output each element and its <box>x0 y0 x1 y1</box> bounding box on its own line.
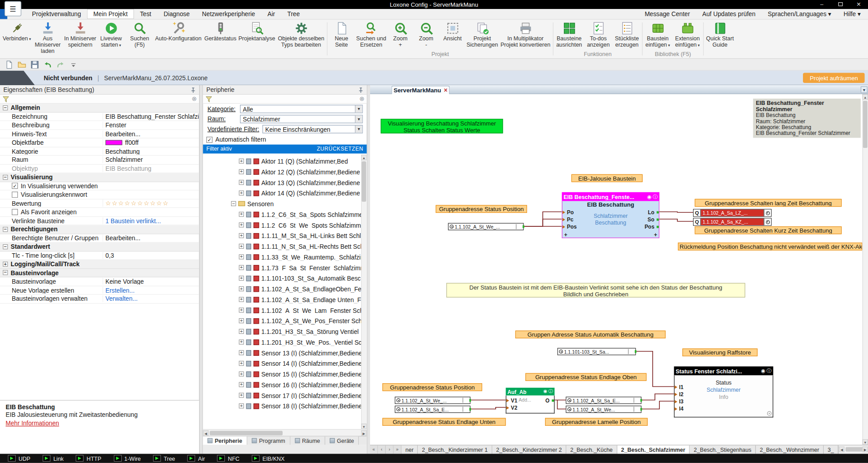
collapse-icon[interactable]: − <box>3 105 8 110</box>
tree-item-1-1-201-h3-st-sa-störung-ventiel[interactable]: +1.1.201_H3_St_Sa_Störung Ventiel <box>203 326 362 337</box>
panel-tab-geräte[interactable]: Geräte <box>325 437 359 445</box>
expand-icon[interactable]: + <box>239 255 244 260</box>
output-pin-o[interactable]: O <box>545 397 554 404</box>
menu-item-diagnose[interactable]: Diagnose <box>157 9 196 19</box>
input-pin-pos[interactable]: Pos <box>563 223 577 230</box>
tree-item-sensor-17-i-schlafzimmer-bediene[interactable]: +Sensor 17 (I) (Schlafzimmer,Bediene <box>203 390 362 401</box>
expand-outputs-icon[interactable]: + <box>654 231 657 238</box>
ribbon-button-bausteine-ausrichten[interactable]: Bausteine ausrichten <box>554 20 584 48</box>
bus-status-tree[interactable]: Tree <box>153 455 175 462</box>
scroll-thumb[interactable] <box>846 447 865 452</box>
page-tab-ner[interactable]: ner <box>401 446 418 454</box>
color-swatch[interactable] <box>105 140 122 145</box>
tree-item-aktor-14-q-schlafzimmer-bediene[interactable]: +Aktor 14 (Q) (Schlafzimmer,Bediene <box>203 188 362 199</box>
auto-filter-checkbox[interactable]: ✓ <box>206 136 213 143</box>
eib-beschattung-block[interactable]: EIB Beschattung_Fenste... ◉ⓘ EIB Beschat… <box>562 192 660 238</box>
expand-icon[interactable]: + <box>239 233 244 238</box>
sensor-block-1[interactable]: 1.1.101-103_St_Sa... <box>558 348 636 355</box>
property-section-bausteinvorlage[interactable]: −Bausteinvorlage <box>0 268 199 277</box>
expand-icon[interactable]: + <box>239 180 244 185</box>
tree-item-1-1-2-c6-st-we-spots-schlafzimme[interactable]: +1.1.2_C6_St_We_Spots Schlafzimme <box>203 220 362 230</box>
expand-icon[interactable]: + <box>239 382 244 387</box>
input-pin-v2[interactable]: V2 <box>506 404 519 411</box>
close-button[interactable]: ✕ <box>850 0 868 9</box>
expand-icon[interactable]: + <box>239 265 244 270</box>
expand-icon[interactable]: + <box>239 190 244 195</box>
property-value[interactable]: Bearbeiten... <box>103 130 199 137</box>
sensor-block-4[interactable]: 1.1.102_A_St_Sa_E... <box>566 397 641 404</box>
collapse-icon[interactable]: − <box>231 201 236 206</box>
previous-page-icon[interactable]: ‹ <box>378 446 386 454</box>
new-file-icon[interactable] <box>4 60 13 69</box>
property-section-logging-mail-call-track[interactable]: +Logging/Mail/Call/Track <box>0 260 199 268</box>
scroll-right-icon[interactable]: ▶ <box>863 446 868 452</box>
scroll-left-icon[interactable]: ◀ <box>839 446 845 452</box>
page-tab-2-besch-küche[interactable]: 2_Besch._Küche <box>567 446 617 454</box>
ribbon-button-suchen-f5[interactable]: Suchen (F5) <box>126 20 154 48</box>
tree-item-1-1-2-c6-st-sa-spots-schlafzimmer[interactable]: +1.1.2_C6_St_Sa_Spots Schlafzimmer <box>203 209 362 220</box>
input-pin-v1[interactable]: V1 <box>506 397 519 404</box>
ribbon-button-neue-seite[interactable]: Neue Seite <box>328 20 355 48</box>
tree-item-sensor-14-i-schlafzimmer-bediene[interactable]: +Sensor 14 (I) (Schlafzimmer,Bediene <box>203 358 362 369</box>
input-pin-i4[interactable]: I4 <box>675 405 684 412</box>
expand-icon[interactable]: + <box>239 169 244 174</box>
page-tab-2-besch-stiegenhaus[interactable]: 2_Besch._Stiegenhaus <box>690 446 756 454</box>
property-value-link[interactable]: 1 Baustein verlinkt... <box>105 217 161 224</box>
tree-item-1-1-11-n-st-sa-hl-rechts-bett-sch[interactable]: +1.1.11_N_St_Sa_HL-Rechts Bett Sch <box>203 241 362 252</box>
minimize-button[interactable]: – <box>812 0 831 9</box>
filter-reset-button[interactable]: ZURÜCKSETZEN <box>317 145 363 154</box>
ribbon-button-ansicht[interactable]: Ansicht <box>439 20 466 42</box>
input-pin-po[interactable]: Po <box>563 208 577 216</box>
tab-list-dropdown[interactable]: ▼ <box>861 87 868 93</box>
expand-icon[interactable]: + <box>239 361 244 366</box>
expand-icon[interactable]: + <box>239 307 244 312</box>
collapse-icon[interactable]: − <box>3 227 8 232</box>
tree-item-1-1-201-h3-st-we-pos-ventiel-sch[interactable]: +1.1.201_H3_St_We_Pos._Ventiel Sch <box>203 337 362 347</box>
sensor-block-5[interactable]: 1.1.102_A_St_We... <box>566 406 641 413</box>
redo-icon[interactable] <box>56 60 65 69</box>
scroll-down-icon[interactable]: ▼ <box>361 424 367 429</box>
group-address-block-1[interactable]: Q1.1.102_A_Sa_KZ_... <box>693 218 772 226</box>
undo-icon[interactable] <box>43 60 52 69</box>
property-value[interactable]: EIB Beschattung_Fenster Schlafzi... <box>103 113 199 120</box>
clear-filter-icon[interactable]: ⊗ <box>192 95 197 103</box>
tree-item-1-1-102-a-st-sa-endlageoben-fen[interactable]: +1.1.102_A_St_Sa_EndlageOben_Fen <box>203 284 362 294</box>
tree-item-aktor-13-q-schlafzimmer-bediene[interactable]: +Aktor 13 (Q) (Schlafzimmer,Bediene <box>203 177 362 188</box>
expand-icon[interactable]: + <box>239 159 244 164</box>
scroll-down-icon[interactable]: ▼ <box>863 439 868 445</box>
group-address-block-0[interactable]: Q1.1.102_A_Sa_LZ_... <box>693 209 772 217</box>
menu-item-netzwerkperipherie[interactable]: Netzwerkperipherie <box>196 9 262 19</box>
lock-icon[interactable]: ◉ <box>543 388 547 395</box>
ribbon-button-aus-miniserver-laden[interactable]: Aus Miniserver laden <box>31 20 64 54</box>
property-value[interactable]: Keine Vorlage <box>103 278 199 285</box>
expand-icon[interactable]: + <box>239 286 244 291</box>
more-information-link[interactable]: Mehr Informationen <box>6 420 59 426</box>
expand-icon[interactable]: + <box>239 372 244 376</box>
menu-item-sprachen-languages[interactable]: Sprachen/Languages ▾ <box>762 9 837 19</box>
expand-icon[interactable]: + <box>239 244 244 249</box>
menu-item-hilfe[interactable]: Hilfe ▾ <box>837 9 867 19</box>
open-folder-icon[interactable] <box>17 60 26 69</box>
property-value-link[interactable]: Verwalten... <box>105 295 138 302</box>
expand-icon[interactable]: + <box>239 350 244 355</box>
expand-icon[interactable]: + <box>239 222 244 227</box>
ribbon-button-suchen-und-ersetzen[interactable]: Suchen und Ersetzen <box>355 20 388 48</box>
customize-icon[interactable] <box>69 60 78 69</box>
canvas-label-gruppenadresse-status-endlage-oben[interactable]: Gruppenadresse Status Endlage Oben <box>525 373 646 381</box>
tree-item-1-1-102-a-st-we-lam-fenster-sch[interactable]: +1.1.102_A_St_We_Lam_Fenster Sch <box>203 305 362 316</box>
property-section-standardwert[interactable]: −Standardwert <box>0 242 199 251</box>
tree-item-aktor-11-q-schlafzimmer-bed[interactable]: +Aktor 11 (Q) (Schlafzimmer,Bed <box>203 156 362 167</box>
canvas-label-gruppenadresse-schalten-lang-zeit-bescha[interactable]: Gruppenadresse Schalten lang Zeit Bescha… <box>695 199 842 207</box>
filter-funnel-icon[interactable] <box>3 96 9 104</box>
page-tab-2-besch-wohnzimmer[interactable]: 2_Besch._Wohnzimmer <box>756 446 824 454</box>
tab-close-icon[interactable]: × <box>444 87 447 94</box>
filter-dropdown-kategorie[interactable]: Alle▾ <box>240 105 363 113</box>
checkbox-visualisierungskennwort[interactable] <box>12 191 18 198</box>
lock-icon[interactable]: ◉ <box>647 193 652 201</box>
tree-item-sensor-16-i-schlafzimmer-bediene[interactable]: +Sensor 16 (I) (Schlafzimmer,Bediene <box>203 379 362 390</box>
ribbon-button-zoom[interactable]: Zoom - <box>413 20 439 48</box>
page-tab-2-besch-kinderzimmer-1[interactable]: 2_Besch._Kinderzimmer 1 <box>418 446 492 454</box>
input-pin-i2[interactable]: I2 <box>675 390 684 398</box>
tree-item-sensor-15-i-schlafzimmer-bediene[interactable]: +Sensor 15 (I) (Schlafzimmer,Bediene <box>203 369 362 380</box>
scroll-up-icon[interactable]: ▲ <box>361 155 367 160</box>
